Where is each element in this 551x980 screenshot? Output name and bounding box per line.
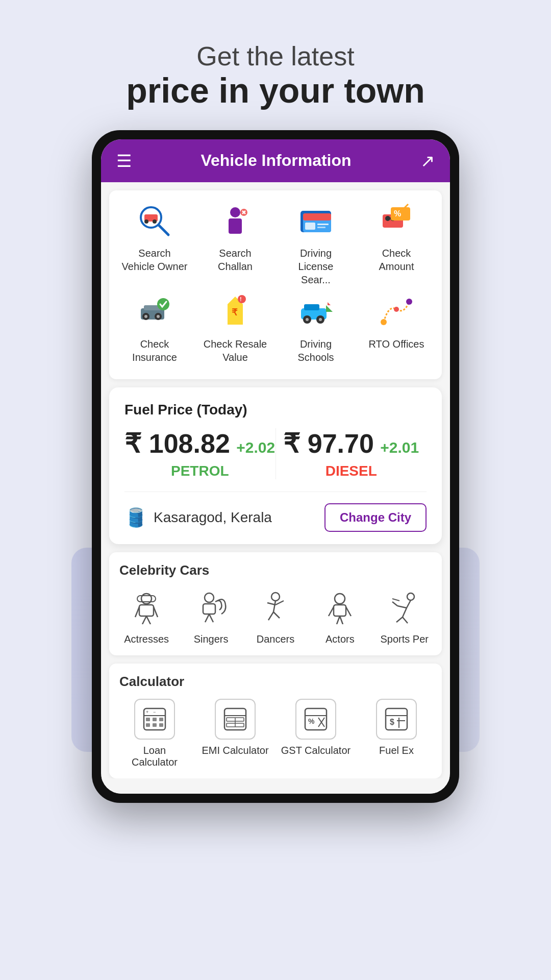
svg-point-43 <box>394 307 399 312</box>
svg-point-5 <box>230 207 240 217</box>
emi-calc-label: EMI Calculator <box>202 745 268 756</box>
fuel-location: 🛢️ Kasaragod, Kerala Change City <box>124 503 427 532</box>
svg-point-3 <box>144 219 148 224</box>
diesel-price-row: ₹ 97.70 +2.01 <box>276 428 427 459</box>
share-icon[interactable]: ↗ <box>420 151 435 171</box>
svg-line-63 <box>329 607 334 616</box>
svg-rect-83 <box>153 723 157 727</box>
svg-point-51 <box>205 593 214 602</box>
svg-line-57 <box>268 612 273 620</box>
svg-text:%: % <box>308 717 315 725</box>
grid-label-driving-schools: Driving Schools <box>283 337 349 364</box>
svg-marker-40 <box>328 302 331 305</box>
petrol-price-row: ₹ 108.82 +2.02 <box>124 428 276 459</box>
diesel-change: +2.01 <box>380 439 419 456</box>
svg-text:%: % <box>394 209 401 218</box>
calc-emi[interactable]: EMI Calculator <box>199 699 271 768</box>
actors-icon <box>319 587 360 628</box>
svg-text:₹: ₹ <box>232 307 238 317</box>
svg-line-73 <box>392 602 397 606</box>
svg-rect-80 <box>153 718 157 721</box>
svg-line-74 <box>392 599 399 601</box>
header-section: Get the latest price in your town <box>95 41 456 110</box>
header-title: price in your town <box>126 71 425 110</box>
diesel-col: ₹ 97.70 +2.01 DIESEL <box>276 428 427 479</box>
svg-point-31 <box>238 295 246 303</box>
svg-line-70 <box>403 608 407 617</box>
svg-rect-52 <box>203 604 215 614</box>
singers-icon <box>191 587 232 628</box>
phone-wrapper: ☰ Vehicle Information ↗ <box>92 130 459 803</box>
check-insurance-icon <box>134 291 175 332</box>
fuel-calc-icon: $ <box>376 699 417 740</box>
change-city-button[interactable]: Change City <box>324 503 427 532</box>
grid-item-driving-license[interactable]: Driving License Sear... <box>283 201 349 286</box>
grid-item-check-amount[interactable]: % Check Amount <box>363 201 430 286</box>
celebrity-singers[interactable]: Singers <box>183 587 239 645</box>
calculator-title: Calculator <box>114 674 437 690</box>
celebrity-actresses[interactable]: Actresses <box>118 587 174 645</box>
app-bar: ☰ Vehicle Information ↗ <box>101 139 450 182</box>
fuel-pump-icon: 🛢️ <box>124 507 147 528</box>
grid-item-check-insurance[interactable]: Check Insurance <box>121 291 188 364</box>
svg-text:!: ! <box>240 296 242 302</box>
svg-line-60 <box>276 601 284 605</box>
grid-label-driving-license: Driving License Sear... <box>283 247 349 286</box>
rto-offices-icon <box>376 291 417 332</box>
diesel-label: DIESEL <box>276 463 427 479</box>
svg-line-65 <box>337 616 340 624</box>
svg-rect-81 <box>159 718 163 721</box>
celebrity-sports[interactable]: Sports Per <box>377 587 433 645</box>
svg-text:−: − <box>153 709 156 715</box>
svg-point-24 <box>144 315 147 318</box>
svg-rect-95 <box>386 708 407 730</box>
grid-label-search-challan: Search Challan <box>202 247 268 273</box>
fuel-prices: ₹ 108.82 +2.02 PETROL ₹ 97.70 +2.01 DIES… <box>124 428 427 492</box>
loan-calc-icon: + − <box>134 699 175 740</box>
fuel-card: Fuel Price (Today) ₹ 108.82 +2.02 PETROL… <box>109 387 442 544</box>
search-vehicle-icon <box>134 201 175 241</box>
svg-marker-39 <box>326 305 333 312</box>
grid-item-rto-offices[interactable]: RTO Offices <box>363 291 430 364</box>
petrol-price: ₹ 108.82 <box>124 429 230 458</box>
grid-item-check-resale[interactable]: ₹ ! Check Resale Value <box>202 291 268 364</box>
hamburger-icon[interactable]: ☰ <box>116 151 132 171</box>
calc-loan[interactable]: + − Loan Calculator <box>119 699 190 768</box>
diesel-price: ₹ 97.70 <box>283 429 374 458</box>
svg-rect-14 <box>317 224 329 225</box>
phone-bottom <box>101 778 450 794</box>
actresses-icon <box>126 587 167 628</box>
vehicle-grid-row2: Check Insurance ₹ ! <box>114 291 437 364</box>
celebrity-cars-section: Celebrity Cars <box>109 552 442 655</box>
location-left: 🛢️ Kasaragod, Kerala <box>124 507 272 528</box>
sports-icon <box>384 587 425 628</box>
grid-item-search-challan[interactable]: Search Challan <box>202 201 268 286</box>
svg-line-48 <box>142 616 146 624</box>
loan-calc-label: Loan Calculator <box>119 745 190 768</box>
grid-label-check-amount: Check Amount <box>363 247 430 273</box>
petrol-change: +2.02 <box>236 439 275 456</box>
svg-rect-15 <box>317 227 325 228</box>
svg-line-72 <box>403 617 408 623</box>
celebrity-actors[interactable]: Actors <box>312 587 368 645</box>
grid-label-search-vehicle: Search Vehicle Owner <box>121 247 188 273</box>
calc-gst[interactable]: % GST Calculator <box>280 699 352 768</box>
svg-point-26 <box>157 315 160 318</box>
celebrity-dancers[interactable]: Dancers <box>247 587 304 645</box>
celebrity-row: Actresses <box>114 587 437 645</box>
sports-label: Sports Per <box>381 633 429 645</box>
dancers-label: Dancers <box>257 633 294 645</box>
actors-label: Actors <box>325 633 355 645</box>
grid-item-driving-schools[interactable]: Driving Schools <box>283 291 349 364</box>
calc-fuel[interactable]: $ Fuel Ex <box>361 699 432 768</box>
svg-line-71 <box>396 617 403 622</box>
svg-rect-84 <box>159 723 163 727</box>
svg-rect-6 <box>229 218 242 234</box>
grid-item-search-vehicle[interactable]: Search Vehicle Owner <box>121 201 188 286</box>
phone-frame: ☰ Vehicle Information ↗ <box>92 130 459 803</box>
header-subtitle: Get the latest <box>126 41 425 71</box>
driving-license-icon <box>295 201 336 241</box>
svg-point-67 <box>407 593 414 600</box>
vehicle-grid-row1: Search Vehicle Owner <box>114 201 437 286</box>
svg-point-17 <box>385 216 390 221</box>
